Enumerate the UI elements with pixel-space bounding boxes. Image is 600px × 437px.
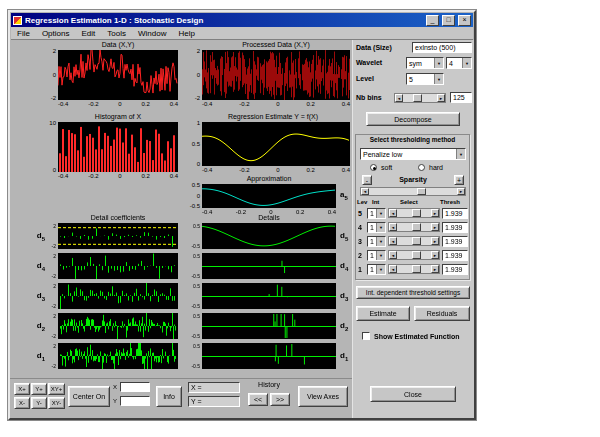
details-d4-ticks: 0.5-0.5: [189, 253, 200, 279]
lev3-threshold-slider[interactable]: ◄►: [388, 236, 440, 246]
lev5-threshold-value[interactable]: 1.939: [442, 208, 468, 219]
chevron-down-icon[interactable]: ▼: [376, 209, 385, 218]
zoom-xy-plus-button[interactable]: XY+: [48, 383, 65, 395]
menu-tools[interactable]: Tools: [101, 29, 132, 38]
lev2-label: 2: [358, 252, 362, 259]
slider-thumb[interactable]: [412, 265, 421, 273]
hist-plot-title: Histogram of X: [58, 113, 178, 120]
slider-right-arrow-icon[interactable]: ►: [431, 251, 439, 259]
lev2-threshold-value[interactable]: 1.939: [442, 250, 468, 261]
lev3-int-dropdown[interactable]: 1▼: [367, 236, 386, 247]
approximation-plot-title: Approximation: [202, 175, 336, 182]
zoom-x-plus-button[interactable]: X+: [14, 383, 30, 395]
slider-thumb[interactable]: [413, 94, 422, 102]
lev3-threshold-value[interactable]: 1.939: [442, 236, 468, 247]
details-d3-ticks: 0.5-0.5: [189, 283, 200, 309]
data-size-label: Data (Size): [356, 44, 392, 51]
nbbins-value[interactable]: 125: [450, 92, 472, 103]
slider-left-arrow-icon[interactable]: ◄: [389, 223, 397, 231]
wavelet-family-dropdown[interactable]: sym▼: [406, 57, 444, 69]
chevron-down-icon[interactable]: ▼: [376, 265, 385, 274]
zoom-xy-minus-button[interactable]: XY-: [48, 397, 65, 409]
menu-help[interactable]: Help: [172, 29, 200, 38]
lev1-int-dropdown[interactable]: 1▼: [367, 264, 386, 275]
slider-right-arrow-icon[interactable]: ►: [457, 188, 465, 195]
sparsity-minus-button[interactable]: -: [362, 175, 372, 185]
history-prev-button[interactable]: <<: [248, 393, 268, 406]
chevron-down-icon[interactable]: ▼: [376, 237, 385, 246]
lev4-int-dropdown[interactable]: 1▼: [367, 222, 386, 233]
details-d1-plot: [202, 343, 336, 369]
slider-right-arrow-icon[interactable]: ►: [437, 94, 445, 102]
menu-file[interactable]: File: [11, 29, 36, 38]
show-estimated-checkbox[interactable]: [362, 332, 370, 340]
slider-thumb[interactable]: [417, 188, 426, 195]
slider-left-arrow-icon[interactable]: ◄: [361, 188, 369, 195]
estimate-button[interactable]: Estimate: [356, 306, 410, 321]
processed-data-plot: [202, 50, 350, 100]
slider-left-arrow-icon[interactable]: ◄: [389, 209, 397, 217]
minimize-icon[interactable]: _: [426, 15, 439, 26]
col-select-header: Select: [400, 199, 418, 205]
view-axes-button[interactable]: View Axes: [298, 386, 348, 407]
d3-label-left: d3: [30, 291, 45, 302]
info-button[interactable]: Info: [156, 386, 182, 407]
wavelet-number-dropdown[interactable]: 4▼: [446, 57, 472, 69]
slider-left-arrow-icon[interactable]: ◄: [395, 94, 403, 102]
slider-right-arrow-icon[interactable]: ►: [431, 209, 439, 217]
menu-window[interactable]: Window: [132, 29, 172, 38]
slider-thumb[interactable]: [412, 251, 421, 259]
lev4-threshold-slider[interactable]: ◄►: [388, 222, 440, 232]
slider-left-arrow-icon[interactable]: ◄: [389, 265, 397, 273]
slider-left-arrow-icon[interactable]: ◄: [389, 237, 397, 245]
lev1-threshold-value[interactable]: 1.939: [442, 264, 468, 275]
nbbins-slider[interactable]: ◄ ►: [394, 93, 446, 103]
maximize-icon[interactable]: □: [442, 15, 455, 26]
detail-coeff-d3-plot: [58, 283, 178, 309]
chevron-down-icon[interactable]: ▼: [376, 251, 385, 260]
chevron-down-icon[interactable]: ▼: [462, 58, 471, 68]
decompose-button[interactable]: Decompose: [366, 112, 460, 126]
title-bar[interactable]: Regression Estimation 1-D : Stochastic D…: [11, 13, 473, 27]
threshold-method-dropdown[interactable]: Penalize low▼: [360, 148, 466, 160]
history-next-button[interactable]: >>: [270, 393, 290, 406]
center-x-input[interactable]: [120, 382, 150, 392]
processed-plot-title: Processed Data (X,Y): [202, 41, 350, 48]
slider-thumb[interactable]: [412, 237, 421, 245]
menu-options[interactable]: Options: [36, 29, 76, 38]
chevron-down-icon[interactable]: ▼: [376, 223, 385, 232]
sparsity-slider[interactable]: ◄ ►: [360, 187, 466, 196]
slider-left-arrow-icon[interactable]: ◄: [389, 251, 397, 259]
lev4-threshold-value[interactable]: 1.939: [442, 222, 468, 233]
menu-edit[interactable]: Edit: [75, 29, 101, 38]
chevron-down-icon[interactable]: ▼: [434, 74, 443, 84]
zoom-x-minus-button[interactable]: X-: [14, 397, 30, 409]
details-d4-plot: [202, 253, 336, 279]
chevron-down-icon[interactable]: ▼: [434, 58, 443, 68]
close-icon[interactable]: ×: [458, 15, 471, 26]
slider-right-arrow-icon[interactable]: ►: [431, 223, 439, 231]
sparsity-plus-button[interactable]: +: [454, 175, 464, 185]
data-size-value: exlnsto (500): [412, 42, 472, 53]
lev2-threshold-slider[interactable]: ◄►: [388, 250, 440, 260]
lev5-int-dropdown[interactable]: 1▼: [367, 208, 386, 219]
level-dropdown[interactable]: 5▼: [406, 73, 444, 85]
lev1-threshold-slider[interactable]: ◄►: [388, 264, 440, 274]
slider-thumb[interactable]: [412, 223, 421, 231]
slider-thumb[interactable]: [412, 209, 421, 217]
zoom-y-plus-button[interactable]: Y+: [31, 383, 47, 395]
chevron-down-icon[interactable]: ▼: [456, 149, 465, 159]
close-button[interactable]: Close: [370, 386, 456, 402]
slider-right-arrow-icon[interactable]: ►: [431, 265, 439, 273]
y-coordinate-readout: Y =: [188, 396, 240, 407]
zoom-y-minus-button[interactable]: Y-: [31, 397, 47, 409]
center-y-input[interactable]: [120, 396, 150, 406]
slider-right-arrow-icon[interactable]: ►: [431, 237, 439, 245]
lev2-int-dropdown[interactable]: 1▼: [367, 250, 386, 261]
center-on-button[interactable]: Center On: [68, 386, 110, 407]
hard-radio[interactable]: [418, 164, 425, 171]
int-dependent-threshold-button[interactable]: Int. dependent threshold settings: [356, 286, 470, 299]
residuals-button[interactable]: Residuals: [414, 306, 470, 321]
soft-radio[interactable]: [370, 164, 377, 171]
lev5-threshold-slider[interactable]: ◄►: [388, 208, 440, 218]
